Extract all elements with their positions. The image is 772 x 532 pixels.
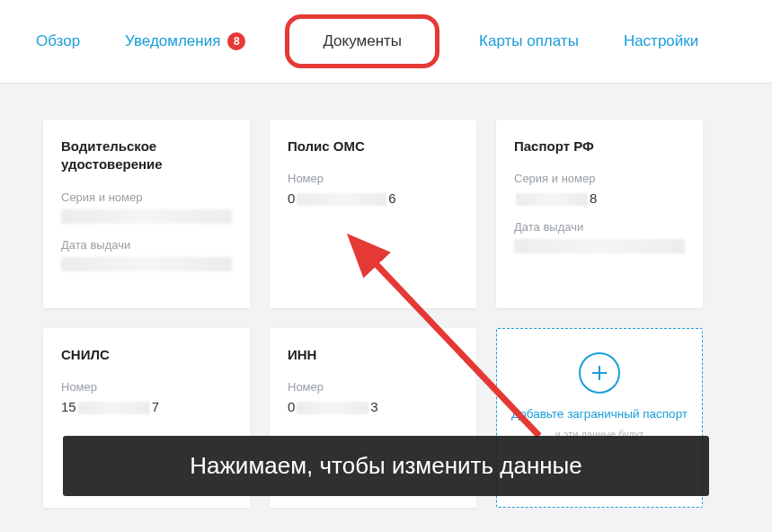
redacted-value — [516, 193, 588, 206]
field-label-number: Номер — [288, 172, 458, 185]
field-value-series — [61, 209, 232, 224]
number-prefix: 0 — [288, 399, 295, 414]
card-title: СНИЛС — [61, 346, 232, 364]
tab-payment-cards-label: Карты оплаты — [479, 32, 579, 50]
field-label-number: Номер — [288, 380, 458, 394]
tab-payment-cards[interactable]: Карты оплаты — [479, 32, 579, 50]
number-prefix: 15 — [61, 399, 76, 414]
series-suffix: 8 — [590, 191, 597, 206]
number-suffix: 3 — [370, 399, 377, 414]
redacted-value — [297, 402, 368, 414]
field-label-issued: Дата выдачи — [514, 220, 685, 234]
tab-documents-label: Документы — [323, 32, 402, 50]
card-title: Водительское удостоверение — [61, 137, 232, 174]
tab-settings-label: Настройки — [624, 32, 698, 50]
field-value-series: 8 — [514, 191, 685, 206]
instruction-caption: Нажимаем, чтобы изменить данные — [63, 436, 709, 496]
field-label-issued: Дата выдачи — [61, 238, 232, 252]
number-suffix: 7 — [152, 399, 159, 414]
number-prefix: 0 — [288, 191, 295, 206]
tab-documents[interactable]: Документы — [290, 20, 434, 63]
redacted-value — [297, 193, 386, 206]
field-label-series: Серия и номер — [514, 172, 685, 185]
redacted-value — [61, 257, 232, 271]
tab-notifications-label: Уведомления — [125, 32, 220, 50]
card-title: Паспорт РФ — [514, 137, 685, 155]
field-value-issued — [514, 239, 685, 253]
redacted-value — [78, 402, 150, 414]
field-value-number: 157 — [61, 399, 232, 414]
add-card-title: Добавьте заграничный паспорт — [511, 406, 688, 422]
plus-icon — [579, 352, 620, 394]
card-oms[interactable]: Полис ОМС Номер 06 — [270, 120, 476, 308]
card-passport-rf[interactable]: Паспорт РФ Серия и номер 8 Дата выдачи — [496, 120, 703, 308]
tabs-bar: Обзор Уведомления 8 Документы Карты опла… — [0, 0, 772, 84]
card-title: Полис ОМС — [288, 137, 458, 155]
redacted-value — [514, 239, 685, 253]
field-label-number: Номер — [61, 380, 232, 394]
field-value-number: 03 — [288, 399, 458, 414]
tab-notifications[interactable]: Уведомления 8 — [125, 32, 245, 50]
number-suffix: 6 — [388, 191, 395, 206]
redacted-value — [61, 209, 232, 224]
field-value-issued — [61, 257, 232, 271]
field-label-series: Серия и номер — [61, 191, 232, 204]
field-value-number: 06 — [288, 191, 458, 206]
card-driver-license[interactable]: Водительское удостоверение Серия и номер… — [43, 120, 250, 308]
notifications-badge: 8 — [227, 32, 245, 50]
tab-settings[interactable]: Настройки — [624, 32, 698, 50]
tab-overview[interactable]: Обзор — [36, 32, 80, 50]
card-title: ИНН — [288, 346, 458, 364]
tab-overview-label: Обзор — [36, 32, 80, 50]
